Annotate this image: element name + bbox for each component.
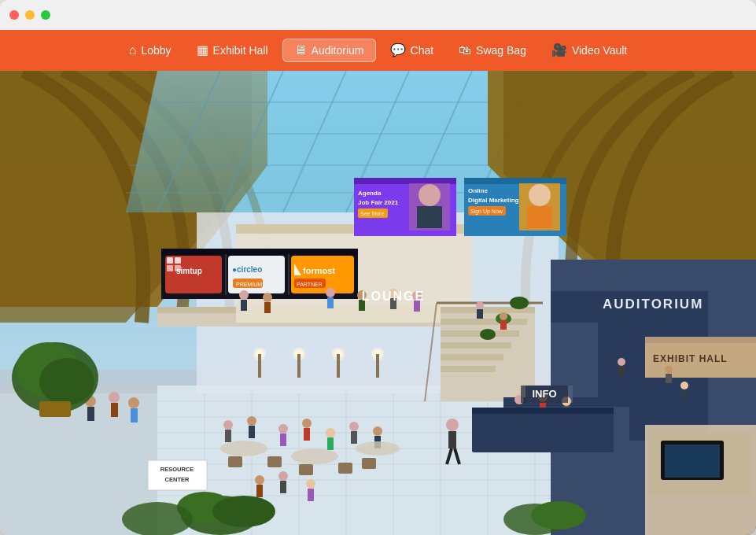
svg-rect-87 <box>527 206 552 228</box>
svg-rect-113 <box>681 389 688 399</box>
nav-item-auditorium[interactable]: 🖥 Auditorium <box>282 39 376 62</box>
svg-point-130 <box>349 422 359 431</box>
svg-rect-105 <box>477 309 483 319</box>
main-content: simtup ●circleo PREMIUM formost PARTNER <box>0 71 756 535</box>
svg-rect-59 <box>167 257 173 264</box>
svg-text:AUDITORIUM: AUDITORIUM <box>603 297 703 312</box>
svg-rect-191 <box>297 354 301 378</box>
svg-text:LOUNGE: LOUNGE <box>362 290 425 303</box>
nav-label-lobby: Lobby <box>141 44 171 57</box>
svg-rect-174 <box>665 445 720 478</box>
svg-rect-107 <box>500 320 507 330</box>
svg-rect-142 <box>256 485 263 497</box>
svg-point-132 <box>373 426 382 436</box>
svg-rect-75 <box>354 178 456 184</box>
svg-point-92 <box>239 290 249 300</box>
svg-text:PARTNER: PARTNER <box>297 282 323 287</box>
svg-rect-56 <box>161 249 358 255</box>
home-icon: ⌂ <box>129 44 137 57</box>
svg-point-106 <box>500 312 507 320</box>
nav-item-lobby[interactable]: ⌂ Lobby <box>118 39 183 61</box>
svg-point-137 <box>446 419 459 431</box>
svg-point-124 <box>278 424 288 434</box>
svg-rect-61 <box>167 265 173 271</box>
svg-rect-175 <box>472 409 614 452</box>
title-bar <box>0 0 756 30</box>
nav-item-video-vault[interactable]: 🎥 Video Vault <box>540 39 638 61</box>
svg-text:●circleo: ●circleo <box>232 265 262 274</box>
close-button[interactable] <box>9 10 19 20</box>
nav-label-chat: Chat <box>411 44 434 57</box>
nav-item-chat[interactable]: 💬 Chat <box>379 39 445 61</box>
svg-point-135 <box>291 448 338 464</box>
svg-rect-123 <box>249 426 255 438</box>
svg-rect-192 <box>337 354 340 378</box>
app-window: ⌂ Lobby ▦ Exhibit Hall 🖥 Auditorium 💬 Ch… <box>0 0 756 535</box>
svg-point-104 <box>476 301 484 309</box>
svg-rect-138 <box>448 431 456 448</box>
svg-rect-144 <box>280 481 286 493</box>
svg-text:INFO: INFO <box>532 388 556 400</box>
nav-label-auditorium: Auditorium <box>312 44 364 57</box>
svg-text:RESOURCE: RESOURCE <box>160 466 194 473</box>
svg-rect-60 <box>175 257 181 264</box>
nav-item-swag-bag[interactable]: 🛍 Swag Bag <box>448 39 537 61</box>
svg-point-116 <box>109 392 120 403</box>
svg-rect-156 <box>39 401 71 417</box>
svg-text:PREMIUM: PREMIUM <box>236 282 262 287</box>
svg-point-112 <box>680 382 688 389</box>
svg-rect-40 <box>441 354 503 360</box>
exhibit-icon: ▦ <box>197 44 208 57</box>
nav-label-exhibit: Exhibit Hall <box>213 44 268 57</box>
svg-rect-93 <box>241 300 247 311</box>
svg-point-126 <box>302 419 312 428</box>
svg-point-136 <box>356 441 400 456</box>
navigation-bar: ⌂ Lobby ▦ Exhibit Hall 🖥 Auditorium 💬 Ch… <box>0 30 756 71</box>
svg-point-46 <box>480 329 496 340</box>
svg-point-160 <box>122 502 193 535</box>
svg-rect-95 <box>264 302 271 313</box>
svg-text:See More: See More <box>360 211 384 216</box>
svg-point-77 <box>419 184 441 206</box>
svg-point-145 <box>306 479 315 489</box>
svg-rect-37 <box>441 319 527 325</box>
svg-point-141 <box>255 475 264 485</box>
svg-text:EXHIBIT HALL: EXHIBIT HALL <box>653 353 728 364</box>
svg-point-155 <box>39 358 94 405</box>
svg-rect-97 <box>327 297 334 308</box>
chat-icon: 💬 <box>390 44 406 57</box>
svg-rect-84 <box>464 178 566 184</box>
svg-text:formost: formost <box>303 266 335 275</box>
svg-rect-54 <box>645 337 756 343</box>
svg-point-159 <box>212 496 275 527</box>
svg-rect-190 <box>258 354 261 378</box>
svg-point-96 <box>326 288 335 297</box>
svg-point-108 <box>618 358 625 366</box>
svg-rect-39 <box>441 342 511 349</box>
svg-point-120 <box>223 420 233 430</box>
svg-point-143 <box>278 471 288 481</box>
svg-rect-176 <box>472 408 614 414</box>
svg-rect-78 <box>417 206 442 228</box>
svg-rect-127 <box>304 428 310 441</box>
svg-rect-38 <box>441 330 519 337</box>
svg-rect-41 <box>441 366 496 372</box>
minimize-button[interactable] <box>25 10 35 20</box>
svg-rect-131 <box>351 431 357 444</box>
svg-rect-109 <box>618 366 625 375</box>
nav-label-swag: Swag Bag <box>476 44 526 57</box>
svg-text:Job Fair 2021: Job Fair 2021 <box>358 199 399 206</box>
svg-rect-179 <box>299 464 313 475</box>
maximize-button[interactable] <box>41 10 50 20</box>
svg-point-128 <box>326 428 335 437</box>
nav-item-exhibit-hall[interactable]: ▦ Exhibit Hall <box>186 39 279 61</box>
video-icon: 🎥 <box>551 44 567 57</box>
svg-rect-68 <box>288 254 289 295</box>
svg-rect-119 <box>131 408 138 422</box>
svg-rect-177 <box>228 456 242 467</box>
svg-rect-178 <box>267 456 282 467</box>
swag-icon: 🛍 <box>459 44 471 57</box>
svg-point-44 <box>510 297 529 309</box>
svg-point-118 <box>128 397 139 408</box>
svg-text:Online: Online <box>468 187 488 194</box>
